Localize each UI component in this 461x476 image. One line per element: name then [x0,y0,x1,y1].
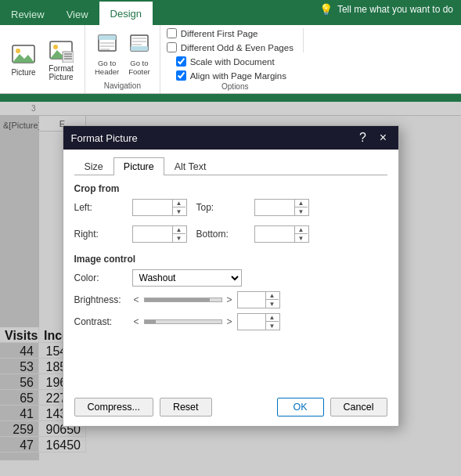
go-to-label-2: Go to [130,59,148,67]
bottom-label: Bottom: [196,229,251,240]
svg-rect-16 [131,46,148,51]
titlebar-controls: ? × [356,131,391,145]
tab-size[interactable]: Size [74,157,113,175]
different-odd-even-row: Different Odd & Even Pages [167,42,294,52]
bottom-input[interactable]: 0" ▲ ▼ [254,225,309,243]
different-odd-even-checkbox[interactable] [167,42,177,52]
bottom-spinner: ▲ ▼ [294,225,308,243]
brightness-down-arrow[interactable]: ▼ [266,300,279,308]
crop-fields: Left: 0" ▲ ▼ Right: [74,199,387,247]
brightness-fill [145,298,210,301]
contrast-label: Contrast: [74,316,129,327]
format-picture-button[interactable]: FormatPicture [44,34,78,85]
color-label: Color: [74,272,129,283]
scale-with-document-checkbox[interactable] [176,56,186,67]
ok-button[interactable]: OK [277,398,324,416]
tab-alt-text[interactable]: Alt Text [164,157,217,175]
contrast-right-arrow[interactable]: > [227,316,232,327]
tell-me-bar[interactable]: 💡 Tell me what you want to do [319,3,453,16]
svg-rect-6 [63,52,74,63]
brightness-right-arrow[interactable]: > [227,294,232,305]
contrast-down-arrow[interactable]: ▼ [266,322,279,330]
top-up-arrow[interactable]: ▲ [295,199,308,207]
top-value[interactable]: 0" [255,201,294,214]
svg-rect-11 [99,35,116,40]
left-down-arrow[interactable]: ▼ [173,207,185,216]
crop-top-row: Top: 0" ▲ ▼ [196,199,309,216]
ribbon-content: Picture FormatPictu [0,25,461,94]
bottom-value[interactable]: 0" [255,228,294,240]
different-first-page-label: Different First Page [181,29,258,38]
contrast-up-arrow[interactable]: ▲ [266,313,279,322]
format-picture-label: FormatPicture [49,64,74,81]
brightness-up-arrow[interactable]: ▲ [266,291,279,300]
image-control-label: Image control [74,254,387,265]
footer-label: Footer [128,67,149,76]
contrast-spinner[interactable]: 15 % ▲ ▼ [237,313,280,330]
svg-marker-2 [13,54,34,63]
align-page-margins-label: Align with Page Margins [190,71,286,81]
brightness-track[interactable] [144,298,222,302]
spreadsheet: 3 &[Picture] E Visits Income 44 15400 53… [0,102,461,476]
top-down-arrow[interactable]: ▼ [295,207,308,216]
close-button[interactable]: × [376,131,391,145]
tab-view[interactable]: View [56,3,99,25]
go-to-header-button[interactable]: Go to Header [92,29,122,80]
crop-right-row: Right: 0" ▲ ▼ [74,225,187,243]
reset-button[interactable]: Reset [160,398,212,416]
svg-point-4 [53,45,58,49]
right-spinner: ▲ ▼ [172,225,185,243]
go-to-footer-button[interactable]: Go to Footer [125,29,153,80]
header-label: Header [95,67,119,76]
bottom-down-arrow[interactable]: ▼ [295,234,308,243]
cancel-button[interactable]: Cancel [330,398,387,416]
crop-left-row: Left: 0" ▲ ▼ [74,199,187,216]
align-page-margins-checkbox[interactable] [176,70,186,81]
ribbon-section-navigation: Go to Header [85,25,160,93]
different-first-page-checkbox[interactable] [167,28,177,38]
contrast-track[interactable] [144,319,222,324]
tab-design[interactable]: Design [99,2,153,25]
top-spinner: ▲ ▼ [294,199,308,216]
dialog-bottom-bar: Compress... Reset OK Cancel [63,390,398,426]
dialog-tabs: Size Picture Alt Text [74,157,387,175]
color-select[interactable]: AutomaticGrayscaleBlack & WhiteWashout [132,269,242,287]
dialog-titlebar: Format Picture ? × [63,126,398,150]
contrast-left-arrow[interactable]: < [134,316,139,327]
left-value[interactable]: 0" [133,201,172,214]
scale-with-document-label: Scale with Document [190,57,275,67]
left-buttons: Compress... Reset [74,398,212,416]
brightness-label: Brightness: [74,294,129,305]
go-to-header-icon [98,32,117,59]
tab-picture[interactable]: Picture [113,157,164,175]
dialog-body: Size Picture Alt Text Crop from Left: 0" [63,150,398,390]
modal-overlay: Format Picture ? × Size Picture Alt Text… [0,102,461,476]
compress-button[interactable]: Compress... [74,398,153,416]
help-button[interactable]: ? [356,131,370,145]
right-up-arrow[interactable]: ▲ [173,225,185,234]
left-label: Left: [74,202,129,213]
ribbon-section-insert: Picture FormatPictu [0,25,85,93]
crop-section-label: Crop from [74,183,387,194]
brightness-spinner[interactable]: 85 % ▲ ▼ [237,291,280,308]
align-page-margins-row: Align with Page Margins [176,70,286,81]
brightness-left-arrow[interactable]: < [134,294,139,305]
tab-review[interactable]: Review [0,3,56,25]
contrast-value[interactable]: 15 % [238,316,265,328]
contrast-spinner-arrows: ▲ ▼ [265,313,279,330]
crop-bottom-row: Bottom: 0" ▲ ▼ [196,225,309,243]
bottom-up-arrow[interactable]: ▲ [295,225,308,234]
crop-left-col: Left: 0" ▲ ▼ Right: [74,199,187,247]
navigation-label: Navigation [92,80,153,90]
ok-cancel-buttons: OK Cancel [277,398,387,416]
right-value[interactable]: 0" [133,228,172,240]
right-down-arrow[interactable]: ▼ [173,234,185,243]
brightness-value[interactable]: 85 % [238,294,265,306]
left-up-arrow[interactable]: ▲ [173,199,185,207]
top-input[interactable]: 0" ▲ ▼ [254,199,309,216]
right-input[interactable]: 0" ▲ ▼ [132,225,187,243]
brightness-row: Brightness: < > 85 % ▲ ▼ [74,291,387,308]
ribbon-section-insert-content: Picture FormatPictu [6,28,78,90]
left-input[interactable]: 0" ▲ ▼ [132,199,187,216]
picture-button[interactable]: Picture [6,38,41,80]
